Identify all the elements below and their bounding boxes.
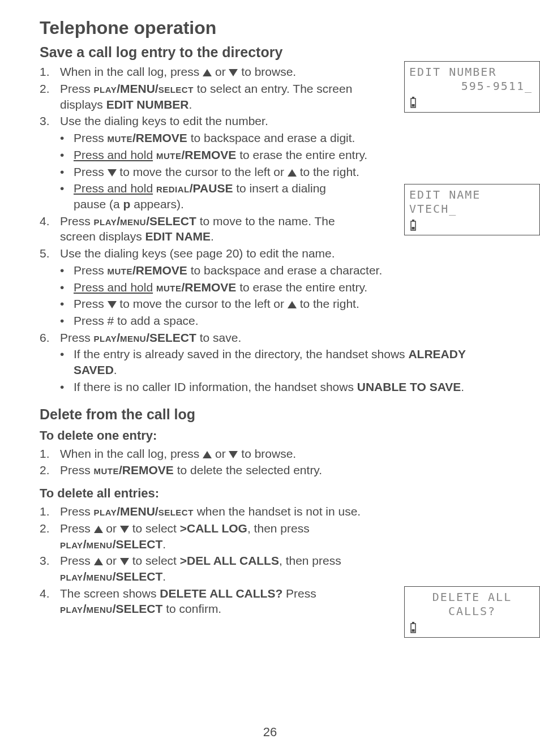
arrow-up-icon — [288, 169, 297, 177]
arrow-down-icon — [229, 69, 238, 76]
arrow-up-icon — [288, 301, 297, 308]
arrow-down-icon — [120, 558, 129, 565]
lcd-edit-number: EDIT NUMBER 595-9511_ — [404, 61, 540, 113]
battery-icon — [409, 622, 417, 633]
delete-one-steps: When in the call log, press or to browse… — [40, 446, 500, 478]
subhead-delete-one: To delete one entry: — [40, 427, 500, 444]
svg-rect-5 — [412, 227, 415, 230]
arrow-down-icon — [108, 301, 117, 308]
step-5: Use the dialing keys (see page 20) to ed… — [40, 246, 500, 329]
doc-title: Telephone operation — [40, 16, 500, 40]
lcd-edit-name: EDIT NAME VTECH_ — [404, 184, 540, 235]
lcd-delete-all: DELETE ALL CALLS? — [404, 586, 540, 638]
step-6: Press play/menu/SELECT to save. If the e… — [40, 330, 500, 395]
arrow-up-icon — [203, 69, 212, 76]
battery-icon — [409, 220, 417, 231]
arrow-down-icon — [108, 169, 117, 177]
svg-rect-8 — [412, 629, 415, 632]
section-heading-delete: Delete from the call log — [40, 405, 500, 424]
arrow-down-icon — [120, 526, 129, 533]
step-6-sub: If the entry is already saved in the dir… — [60, 346, 500, 394]
svg-rect-4 — [412, 220, 414, 221]
battery-icon — [409, 97, 417, 108]
page-number: 26 — [0, 724, 540, 740]
svg-rect-2 — [412, 104, 415, 107]
section-heading-save: Save a call log entry to the directory — [40, 43, 500, 62]
arrow-up-icon — [203, 451, 212, 458]
svg-rect-7 — [412, 622, 414, 624]
arrow-down-icon — [229, 451, 238, 458]
svg-rect-1 — [412, 97, 414, 98]
step-5-sub: Press mute/REMOVE to backspace and erase… — [60, 263, 500, 329]
arrow-up-icon — [94, 526, 103, 533]
subhead-delete-all: To delete all entries: — [40, 485, 500, 501]
arrow-up-icon — [94, 558, 103, 565]
